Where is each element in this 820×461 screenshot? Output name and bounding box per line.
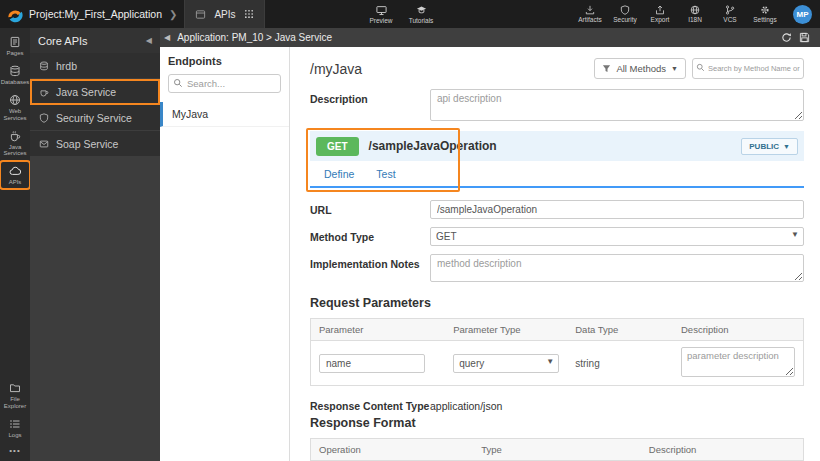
vcs-button[interactable]: VCS: [717, 5, 743, 23]
endpoints-panel: Endpoints MyJava: [160, 47, 290, 461]
request-parameters-title: Request Parameters: [310, 296, 804, 310]
parameter-name-input[interactable]: [319, 354, 425, 373]
rail-label: Logs: [8, 432, 21, 439]
method-type-select[interactable]: GET: [430, 227, 804, 246]
method-type-label: Method Type: [310, 227, 430, 246]
api-detail-panel: /myJava All Methods ▼ De: [290, 47, 820, 461]
search-icon: [173, 78, 183, 88]
rail-label: Databases: [1, 79, 30, 86]
operation-block: GET /sampleJavaOperation PUBLIC ▼ Define…: [310, 131, 804, 188]
breadcrumb: Application: PM_10 > Java Service: [177, 32, 332, 43]
export-button[interactable]: Export: [647, 5, 673, 23]
sidebar-item-label: hrdb: [56, 60, 77, 72]
monitor-icon: [376, 5, 387, 16]
tutorials-button[interactable]: Tutorials: [408, 5, 434, 24]
get-method-badge[interactable]: GET: [316, 137, 359, 156]
description-textarea[interactable]: [430, 89, 804, 121]
tab-test[interactable]: Test: [376, 168, 395, 180]
rail-label: APIs: [9, 179, 22, 186]
rail-item-file-explorer[interactable]: File Explorer: [1, 379, 29, 412]
col-parameter-type: Parameter Type: [445, 319, 567, 341]
i18n-label: I18N: [688, 16, 702, 23]
operation-tabs: Define Test: [310, 161, 804, 188]
rail-more-button[interactable]: •••: [9, 444, 20, 457]
rail-item-web-services[interactable]: Web Services: [1, 91, 29, 124]
grid-icon[interactable]: [244, 9, 254, 19]
response-format-title: Response Format: [310, 416, 804, 430]
endpoint-item-myjava[interactable]: MyJava: [160, 102, 289, 127]
response-content-type-value: application/json: [430, 396, 502, 412]
artifacts-button[interactable]: Artifacts: [577, 5, 603, 23]
col-operation: Operation: [311, 439, 474, 461]
sidebar-title: Core APIs: [38, 35, 88, 47]
rail-item-java-services[interactable]: Java Services: [1, 127, 29, 160]
sidebar-item-label: Security Service: [56, 112, 132, 124]
table-row: query ▼ string: [311, 341, 804, 386]
refresh-icon[interactable]: [781, 32, 792, 43]
app-logo-icon[interactable]: [6, 5, 24, 23]
preview-label: Preview: [369, 17, 392, 24]
col-data-type: Data Type: [567, 319, 673, 341]
topbar-right-actions: Artifacts Security Export I18N VCS Setti…: [577, 5, 812, 24]
save-icon[interactable]: [799, 32, 810, 43]
tab-define[interactable]: Define: [324, 168, 354, 180]
parameter-description-textarea[interactable]: [681, 347, 795, 377]
table-header-row: Parameter Parameter Type Data Type Descr…: [311, 319, 804, 341]
rail-item-databases[interactable]: Databases: [1, 62, 29, 88]
rail-label: Web Services: [1, 108, 29, 122]
implementation-notes-textarea[interactable]: [430, 254, 804, 282]
description-label: Description: [310, 89, 430, 123]
method-search-input[interactable]: [692, 58, 804, 79]
rail-item-apis[interactable]: APIs: [1, 162, 29, 188]
sidebar-header: Core APIs ◀: [30, 28, 160, 53]
tutorials-label: Tutorials: [409, 17, 434, 24]
preview-button[interactable]: Preview: [368, 5, 394, 24]
topbar-center-actions: Preview Tutorials: [368, 0, 434, 28]
endpoints-search-input[interactable]: [168, 74, 281, 93]
rail-item-logs[interactable]: Logs: [1, 415, 29, 441]
col-description: Description: [641, 439, 804, 461]
implementation-notes-label: Implementation Notes: [310, 254, 430, 284]
workspace-tab-label: APIs: [214, 9, 235, 20]
tutorials-icon: [416, 5, 427, 16]
sidebar-item-java-service[interactable]: Java Service: [30, 79, 160, 105]
settings-icon: [760, 5, 770, 15]
url-input[interactable]: [430, 200, 804, 219]
operation-path: /sampleJavaOperation: [369, 139, 497, 153]
sidebar-item-security-service[interactable]: Security Service: [30, 105, 160, 131]
project-name[interactable]: Project:My_First_Application: [29, 8, 162, 20]
vcs-icon: [725, 5, 735, 15]
sidebar-item-label: Soap Service: [56, 138, 118, 150]
sidebar-item-soap-service[interactable]: Soap Service: [30, 131, 160, 157]
funnel-icon: [602, 64, 611, 73]
left-icon-rail: Pages Databases Web Services Java Servic…: [0, 28, 30, 461]
api-title: /myJava: [310, 54, 362, 77]
window-icon: [195, 9, 206, 20]
chevron-right-icon: ❯: [169, 9, 177, 20]
logs-icon: [9, 418, 21, 430]
artifacts-icon: [585, 5, 595, 15]
database-icon: [39, 61, 49, 71]
search-icon: [696, 63, 705, 72]
breadcrumb-bar: ◀ Application: PM_10 > Java Service: [160, 28, 820, 47]
collapse-endpoints-icon[interactable]: ◀: [164, 33, 170, 42]
apis-workspace-tab[interactable]: APIs: [184, 0, 264, 28]
chevron-down-icon: ▼: [671, 65, 678, 72]
visibility-dropdown[interactable]: PUBLIC ▼: [741, 138, 798, 155]
artifacts-label: Artifacts: [578, 16, 601, 23]
user-avatar[interactable]: MP: [793, 5, 812, 24]
col-type: Type: [473, 439, 641, 461]
parameter-type-select[interactable]: query: [453, 354, 559, 373]
security-button[interactable]: Security: [612, 5, 638, 23]
soap-icon: [39, 139, 49, 149]
method-filter-dropdown[interactable]: All Methods ▼: [594, 58, 686, 79]
sidebar-item-hrdb[interactable]: hrdb: [30, 53, 160, 79]
i18n-button[interactable]: I18N: [682, 5, 708, 23]
settings-button[interactable]: Settings: [752, 5, 778, 23]
method-filter-label: All Methods: [616, 63, 666, 74]
web-services-icon: [9, 94, 21, 106]
table-header-row: Operation Type Description: [311, 439, 804, 461]
col-description: Description: [673, 319, 804, 341]
collapse-sidebar-icon[interactable]: ◀: [146, 36, 152, 45]
rail-item-pages[interactable]: Pages: [1, 33, 29, 59]
